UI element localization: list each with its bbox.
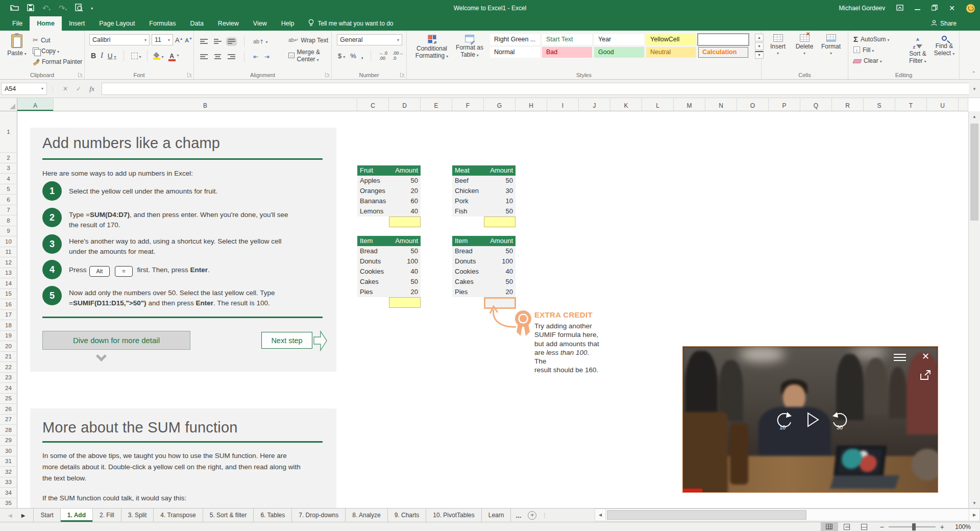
table-row[interactable]: Donuts100 xyxy=(357,256,421,267)
row-header-29[interactable]: 29 xyxy=(0,436,17,446)
share-button[interactable]: Share xyxy=(931,16,957,31)
page-layout-view-button[interactable] xyxy=(838,522,855,531)
zoom-out-icon[interactable]: − xyxy=(880,523,884,530)
row-header-8[interactable]: 8 xyxy=(0,215,17,226)
video-overlay[interactable]: 10 30 ✕ xyxy=(682,346,938,493)
sheet-tab-6-tables[interactable]: 6. Tables xyxy=(254,509,292,522)
borders-icon[interactable] xyxy=(131,52,141,60)
sheet-nav-prev-icon[interactable]: ◀ xyxy=(8,513,12,518)
row-header-6[interactable]: 6 xyxy=(0,195,17,205)
column-header-K[interactable]: K xyxy=(610,98,642,111)
new-sheet-button[interactable]: + xyxy=(528,511,536,520)
table-row[interactable]: Pies20 xyxy=(452,287,516,297)
table-row[interactable]: Cookies40 xyxy=(357,267,421,277)
restore-button[interactable] xyxy=(932,5,938,12)
row-header-28[interactable]: 28 xyxy=(0,425,17,436)
table-row[interactable]: Oranges20 xyxy=(357,186,421,196)
copy-button[interactable]: Copy xyxy=(33,45,82,56)
table-row[interactable]: Bread50 xyxy=(452,246,516,256)
rewind-10-icon[interactable]: 10 xyxy=(773,410,795,430)
increase-indent-icon[interactable]: ⇥ xyxy=(264,53,270,60)
column-header-L[interactable]: L xyxy=(642,98,674,111)
row-header-22[interactable]: 22 xyxy=(0,362,17,373)
print-preview-icon[interactable] xyxy=(75,4,83,13)
row-header-11[interactable]: 11 xyxy=(0,247,17,258)
font-size-select[interactable]: 11▾ xyxy=(152,34,173,45)
ribbon-tab-review[interactable]: Review xyxy=(211,16,246,31)
vertical-scrollbar[interactable]: ▲ ▼ xyxy=(968,111,980,508)
scroll-up-icon[interactable]: ▲ xyxy=(969,111,980,122)
column-header-I[interactable]: I xyxy=(547,98,579,111)
table-row[interactable]: Cakes50 xyxy=(452,277,516,287)
sort-filter-button[interactable]: AZ Sort &Filter xyxy=(905,35,930,65)
scroll-down-icon[interactable]: ▼ xyxy=(969,498,980,508)
font-dialog-launcher[interactable]: ↘ xyxy=(187,73,192,77)
sheet-tab-2-fill[interactable]: 2. Fill xyxy=(93,509,121,522)
column-header-R[interactable]: R xyxy=(832,98,864,111)
horizontal-scrollbar[interactable]: ◀ ▶ xyxy=(595,509,980,521)
sheet-tab-4-transpose[interactable]: 4. Transpose xyxy=(154,509,203,522)
number-dialog-launcher[interactable]: ↘ xyxy=(400,73,405,77)
name-box[interactable]: A54▾ xyxy=(1,83,47,95)
conditional-formatting-button[interactable]: ConditionalFormatting xyxy=(413,35,451,60)
cut-button[interactable]: ✂Cut xyxy=(33,35,82,45)
next-step-button[interactable]: Next step xyxy=(261,332,312,349)
row-header-31[interactable]: 31 xyxy=(0,456,17,467)
qat-customize-icon[interactable]: ▾ xyxy=(91,6,93,11)
zoom-slider[interactable] xyxy=(889,526,936,527)
minimize-button[interactable] xyxy=(915,5,920,12)
increase-font-icon[interactable]: A▲ xyxy=(175,36,183,44)
sheet-tab-3-split[interactable]: 3. Split xyxy=(121,509,154,522)
clear-button[interactable]: Clear xyxy=(853,55,889,66)
orientation-icon[interactable]: ab↗ xyxy=(253,38,267,45)
row-header-33[interactable]: 33 xyxy=(0,477,17,488)
forward-30-icon[interactable]: 30 xyxy=(829,410,851,430)
enter-formula-icon[interactable]: ✓ xyxy=(72,85,85,92)
alignment-dialog-launcher[interactable]: ↘ xyxy=(325,73,330,77)
clipboard-dialog-launcher[interactable]: ↘ xyxy=(78,73,83,77)
align-middle-icon[interactable] xyxy=(214,39,222,44)
column-header-T[interactable]: T xyxy=(895,98,927,111)
decrease-decimal-icon[interactable]: .00→.0 xyxy=(393,51,404,61)
yellow-input-cell-fruit[interactable] xyxy=(389,216,421,227)
cancel-formula-icon[interactable]: ✕ xyxy=(59,85,72,92)
row-header-24[interactable]: 24 xyxy=(0,383,17,394)
table-row[interactable]: Fish50 xyxy=(452,206,516,216)
sheet-tab-8-analyze[interactable]: 8. Analyze xyxy=(346,509,387,522)
insert-cells-button[interactable]: Insert▾ xyxy=(765,31,791,56)
fill-button[interactable]: ↓Fill xyxy=(853,44,889,55)
row-header-16[interactable]: 16 xyxy=(0,299,17,310)
row-header-34[interactable]: 34 xyxy=(0,488,17,498)
column-header-Q[interactable]: Q xyxy=(800,98,832,111)
redo-icon[interactable]: ↷▾ xyxy=(59,4,67,13)
feedback-smiley-icon[interactable] xyxy=(966,4,975,13)
align-top-icon[interactable] xyxy=(200,39,208,44)
formula-input[interactable] xyxy=(102,83,969,95)
scroll-right-icon[interactable]: ▶ xyxy=(969,509,980,521)
increase-decimal-icon[interactable]: ←.0.00 xyxy=(379,51,387,61)
decrease-font-icon[interactable]: A▼ xyxy=(185,37,192,43)
collapse-ribbon-icon[interactable]: ⌃ xyxy=(972,70,976,76)
cell-style-blank[interactable] xyxy=(698,34,748,45)
cell-style-yellowcell[interactable]: YellowCell xyxy=(646,34,696,45)
wrap-text-button[interactable]: ab↵Wrap Text xyxy=(288,35,328,45)
sheet-tab-1-add[interactable]: 1. Add xyxy=(61,509,93,522)
column-header-C[interactable]: C xyxy=(357,98,389,111)
row-header-25[interactable]: 25 xyxy=(0,394,17,404)
delete-cells-button[interactable]: Delete▾ xyxy=(791,31,818,56)
table-row[interactable]: Cookies40 xyxy=(452,267,516,277)
column-header-N[interactable]: N xyxy=(705,98,737,111)
column-header-B[interactable]: B xyxy=(54,98,357,111)
row-header-15[interactable]: 15 xyxy=(0,289,17,300)
column-header-G[interactable]: G xyxy=(484,98,516,111)
row-header-35[interactable]: 35 xyxy=(0,498,17,509)
horizontal-scroll-thumb[interactable] xyxy=(607,510,806,520)
row-header-27[interactable]: 27 xyxy=(0,415,17,425)
row-header-7[interactable]: 7 xyxy=(0,205,17,216)
ribbon-tab-page-layout[interactable]: Page Layout xyxy=(92,16,142,31)
format-painter-button[interactable]: Format Painter xyxy=(33,56,82,67)
column-header-A[interactable]: A xyxy=(17,98,54,111)
align-center-icon[interactable] xyxy=(214,54,222,60)
row-header-19[interactable]: 19 xyxy=(0,331,17,342)
sheet-tab-5-sort-filter[interactable]: 5. Sort & filter xyxy=(203,509,254,522)
